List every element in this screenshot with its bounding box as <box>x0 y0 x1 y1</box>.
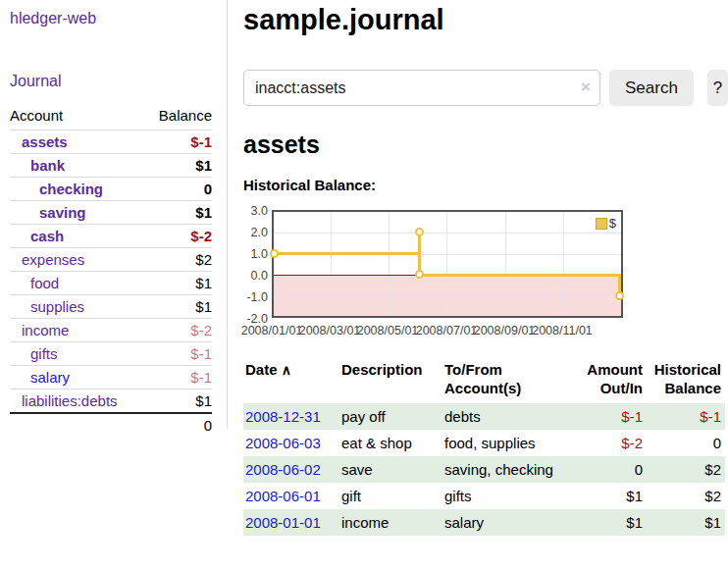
data-point <box>270 249 279 258</box>
x-tick: 2008/05/01 <box>357 324 419 337</box>
account-row: liabilities:debts$1 <box>10 389 212 414</box>
account-link-salary[interactable]: salary <box>30 369 70 386</box>
transaction-balance: $-1 <box>647 403 725 430</box>
register-table: Date ∧ Description To/From Account(s) Am… <box>243 358 725 536</box>
account-balance: $1 <box>145 201 212 225</box>
account-link-supplies[interactable]: supplies <box>30 298 84 315</box>
account-link-income[interactable]: income <box>22 322 69 338</box>
chart-legend: $ <box>594 215 618 232</box>
col-header-balance: Historical Balance <box>647 358 725 403</box>
account-row: cash$-2 <box>10 225 212 248</box>
account-balance: $-2 <box>145 319 212 342</box>
account-balance: $-2 <box>145 225 212 248</box>
gridline <box>505 212 506 316</box>
col-header-amount: Amount Out/In <box>578 358 647 403</box>
clear-search-icon[interactable]: × <box>581 78 591 96</box>
register-row[interactable]: 2008-12-31 pay off debts $-1 $-1 <box>243 403 725 430</box>
search-button[interactable]: Search <box>609 70 694 106</box>
account-link-food[interactable]: food <box>30 275 59 291</box>
legend-label: $ <box>609 216 616 231</box>
chart-title: Historical Balance: <box>243 177 728 193</box>
account-balance: $1 <box>145 154 212 178</box>
gridline <box>563 212 564 316</box>
transaction-amount: $-1 <box>578 403 647 430</box>
sidebar: hledger-web Journal Account Balance asse… <box>0 0 228 429</box>
balance-column-header: Balance <box>145 104 212 130</box>
data-point <box>415 270 424 279</box>
transaction-description: income <box>339 509 442 536</box>
transaction-amount: $1 <box>578 483 647 509</box>
account-row: supplies$1 <box>10 295 212 319</box>
account-column-header: Account <box>10 104 145 130</box>
transaction-description: gift <box>339 483 442 509</box>
col-header-accounts: To/From Account(s) <box>442 358 578 403</box>
data-point <box>615 291 624 300</box>
y-tick: 1.0 <box>243 247 268 261</box>
transaction-date-link[interactable]: 2008-12-31 <box>245 408 321 425</box>
y-tick: 3.0 <box>243 204 268 218</box>
transaction-date-link[interactable]: 2008-06-01 <box>245 488 321 504</box>
app-brand-link[interactable]: hledger-web <box>10 10 96 27</box>
page-title: sample.journal <box>243 4 728 36</box>
account-link-saving[interactable]: saving <box>39 204 86 221</box>
col-header-description: Description <box>339 358 442 403</box>
account-balance: $1 <box>145 272 212 295</box>
transaction-accounts: food, supplies <box>442 430 578 456</box>
account-row: saving$1 <box>10 201 212 225</box>
y-tick: 0.0 <box>243 269 268 283</box>
account-link-assets[interactable]: assets <box>22 133 68 150</box>
register-header-row: Date ∧ Description To/From Account(s) Am… <box>243 358 725 403</box>
data-point <box>415 228 424 236</box>
plot-area: $ <box>272 210 623 318</box>
account-link-expenses[interactable]: expenses <box>22 251 84 268</box>
transaction-amount: 0 <box>578 456 647 483</box>
account-balance: 0 <box>145 178 212 201</box>
account-row: income$-2 <box>10 319 212 342</box>
account-link-bank[interactable]: bank <box>30 157 65 174</box>
search-form: × Search ? <box>243 70 728 106</box>
register-row[interactable]: 2008-06-02 save saving, checking 0 $2 <box>243 456 725 483</box>
transaction-date-link[interactable]: 2008-06-03 <box>245 435 321 451</box>
transaction-balance: $1 <box>647 509 725 536</box>
account-row: food$1 <box>10 272 212 295</box>
total-balance: 0 <box>145 413 212 437</box>
account-link-checking[interactable]: checking <box>39 181 103 197</box>
transaction-accounts: salary <box>442 509 578 536</box>
x-tick: 2008/01/01 <box>241 324 303 337</box>
transaction-balance: $2 <box>647 456 725 483</box>
register-row[interactable]: 2008-06-03 eat & shop food, supplies $-2… <box>243 430 725 456</box>
series-line-segment <box>274 252 421 255</box>
y-tick: -1.0 <box>243 290 268 304</box>
account-link-gifts[interactable]: gifts <box>30 345 58 362</box>
account-total-row: 0 <box>10 413 212 437</box>
transaction-description: save <box>339 456 442 483</box>
transaction-accounts: debts <box>442 403 578 430</box>
transaction-balance: 0 <box>647 430 725 456</box>
account-row: gifts$-1 <box>10 342 212 366</box>
gridline <box>389 212 390 316</box>
col-header-date[interactable]: Date ∧ <box>243 358 339 403</box>
transaction-amount: $-2 <box>578 430 647 456</box>
account-page-title: assets <box>243 130 728 159</box>
account-balance: $-1 <box>145 130 212 154</box>
x-tick: 2008/07/01 <box>416 324 478 337</box>
help-button[interactable]: ? <box>707 70 728 106</box>
account-balance: $1 <box>145 295 212 319</box>
x-tick: 2008/03/01 <box>299 324 361 337</box>
account-link-liabilities-debts[interactable]: liabilities:debts <box>22 392 118 409</box>
transaction-date-link[interactable]: 2008-01-01 <box>245 514 321 531</box>
account-row: expenses$2 <box>10 248 212 272</box>
gridline <box>274 233 621 234</box>
series-line-segment <box>418 274 621 277</box>
x-tick: 2008/09/01 <box>474 324 536 337</box>
transaction-date-link[interactable]: 2008-06-02 <box>245 461 321 478</box>
account-row: assets$-1 <box>10 130 212 154</box>
account-balance: $2 <box>145 248 212 272</box>
transaction-amount: $1 <box>578 509 647 536</box>
sidebar-item-journal[interactable]: Journal <box>10 73 61 90</box>
main-content: sample.journal × Search ? assets Histori… <box>243 0 728 536</box>
account-link-cash[interactable]: cash <box>30 228 64 244</box>
register-row[interactable]: 2008-01-01 income salary $1 $1 <box>243 509 725 536</box>
register-row[interactable]: 2008-06-01 gift gifts $1 $2 <box>243 483 725 509</box>
search-input[interactable] <box>243 70 600 106</box>
